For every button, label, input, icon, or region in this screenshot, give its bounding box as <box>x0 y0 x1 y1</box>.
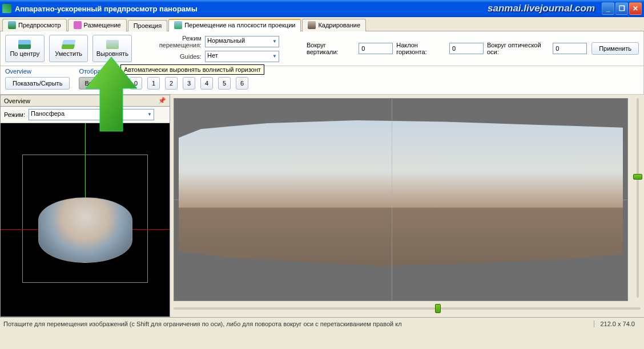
center-icon <box>18 40 31 49</box>
crosshair-horizontal <box>174 200 627 200</box>
work-area: Overview 📌 Режим: Паносфера <box>0 95 644 317</box>
around-optical-input[interactable] <box>553 43 587 54</box>
tab-preview[interactable]: Предпросмотр <box>2 19 67 31</box>
panorama-preview[interactable] <box>174 98 628 301</box>
pin-icon[interactable]: 📌 <box>158 97 166 104</box>
center-button[interactable]: По центру <box>5 35 45 62</box>
guides-select[interactable]: Нет <box>205 51 279 62</box>
move-icon <box>174 21 182 29</box>
crop-icon <box>308 21 316 29</box>
overview-thumbnail <box>38 197 132 263</box>
image-btn-5[interactable]: 5 <box>218 77 231 90</box>
tab-move-on-projection[interactable]: Перемещение на плоскости проекции <box>168 19 301 31</box>
overview-panel: Overview 📌 Режим: Паносфера <box>0 95 170 317</box>
horizon-tilt-label: Наклон горизонта: <box>396 42 446 55</box>
horizon-tilt-input[interactable] <box>449 43 484 54</box>
around-vertical-input[interactable] <box>359 43 393 54</box>
rotation-params: Вокруг вертикали: Наклон горизонта: Вокр… <box>307 42 587 55</box>
horizontal-slider[interactable] <box>174 302 641 315</box>
overview-panel-header: Overview 📌 <box>1 95 170 107</box>
overview-canvas[interactable] <box>1 123 170 316</box>
around-optical-label: Вокруг оптической оси: <box>487 42 549 55</box>
layout-icon <box>74 21 82 29</box>
all-button[interactable]: Все <box>79 77 101 90</box>
align-button[interactable]: Выровнять <box>92 35 132 62</box>
preview-icon <box>8 21 16 29</box>
secondary-toolbar: Overview Показать/Скрыть Отображаемые сн… <box>0 66 644 95</box>
window-title: Аппаратно-ускоренный предпросмотр панора… <box>15 5 198 13</box>
image-btn-0[interactable]: 0 <box>130 77 142 90</box>
status-hint: Потащите для перемещения изображений (с … <box>3 320 402 327</box>
horizontal-slider-thumb[interactable] <box>435 304 441 313</box>
move-mode-label: Режим перемещения: <box>144 35 202 48</box>
tab-strip: Предпросмотр Размещение Проекция Перемещ… <box>0 17 644 31</box>
tab-layout[interactable]: Размещение <box>68 19 127 31</box>
overview-group-label: Overview <box>5 68 70 75</box>
show-hide-button[interactable]: Показать/Скрыть <box>5 77 70 90</box>
maximize-button[interactable]: ❐ <box>615 2 628 15</box>
fit-icon <box>61 40 75 49</box>
vertical-slider-thumb[interactable] <box>633 174 642 180</box>
panorama-image <box>179 120 623 266</box>
image-btn-2[interactable]: 2 <box>165 77 178 90</box>
overview-mode-select[interactable]: Паносфера <box>29 109 154 120</box>
preview-panel <box>170 95 644 317</box>
apply-button[interactable]: Применить <box>591 42 639 55</box>
overview-controls: Режим: Паносфера <box>1 107 170 123</box>
align-icon <box>106 40 119 49</box>
app-icon <box>2 4 11 13</box>
around-vertical-label: Вокруг вертикали: <box>307 42 355 55</box>
overview-panel-title: Overview <box>4 98 30 104</box>
image-btn-4[interactable]: 4 <box>200 77 213 90</box>
close-button[interactable]: ✕ <box>629 2 642 15</box>
align-tooltip: Автоматически выровнять волнистый горизо… <box>120 64 264 75</box>
minimize-button[interactable]: _ <box>602 2 614 15</box>
move-mode-select[interactable]: Нормальный <box>205 36 279 47</box>
guides-label: Guides: <box>144 53 202 60</box>
image-btn-6[interactable]: 6 <box>236 77 248 90</box>
overview-group: Overview Показать/Скрыть <box>5 68 70 90</box>
image-number-row: 0 1 2 3 4 5 6 <box>130 77 248 90</box>
title-bar: Аппаратно-ускоренный предпросмотр панора… <box>0 0 644 17</box>
overview-mode-label: Режим: <box>4 111 25 118</box>
mode-form: Режим перемещения: Нормальный Guides: Не… <box>144 35 279 62</box>
tab-crop[interactable]: Кадрирование <box>302 19 366 31</box>
vertical-slider[interactable] <box>631 95 644 301</box>
status-coords: 212.0 x 74.0 <box>594 320 641 327</box>
main-toolbar: По центру Уместить Выровнять Режим перем… <box>0 31 644 66</box>
all-none-toggle: Все Нет <box>79 77 123 90</box>
watermark: sanmai.livejournal.com <box>488 3 595 14</box>
tab-projection[interactable]: Проекция <box>128 20 167 31</box>
none-button[interactable]: Нет <box>101 77 123 90</box>
status-bar: Потащите для перемещения изображений (с … <box>0 317 644 330</box>
image-btn-1[interactable]: 1 <box>147 77 160 90</box>
image-btn-3[interactable]: 3 <box>183 77 195 90</box>
fit-button[interactable]: Уместить <box>49 35 88 62</box>
